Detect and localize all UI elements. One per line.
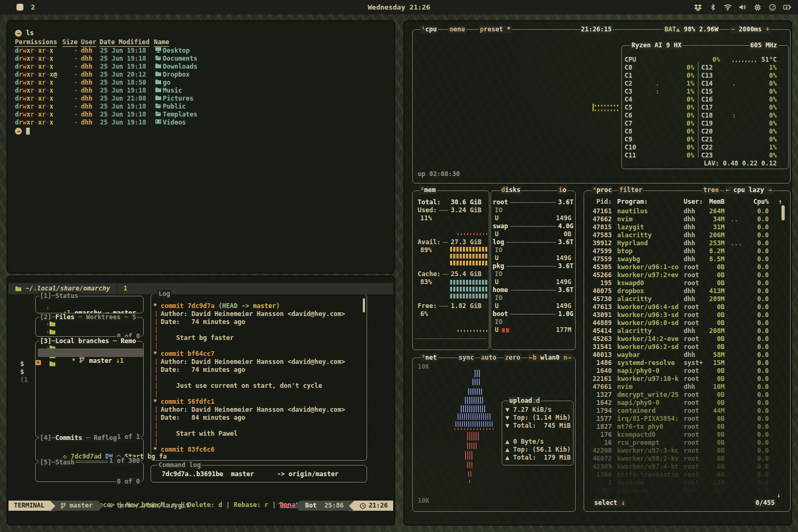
process-row[interactable]: 40013 waybar dhh 58M 0.0 xyxy=(588,351,786,359)
file-row[interactable]: drwxr-xr-x - dhh 25 Jun 19:18 Public xyxy=(15,103,387,111)
update-interval-control[interactable]: − 2000ms + xyxy=(730,26,770,34)
net-auto-toggle[interactable]: auto xyxy=(480,354,497,362)
core-row: C80% xyxy=(625,128,694,136)
terminal-lazygit-window[interactable]: ~/.local/share/omarchy 1 › › › › xyxy=(6,276,395,526)
proc-filter-button[interactable]: filter xyxy=(618,186,643,194)
process-row[interactable]: 40075 dropbox dhh 413M 0.0 xyxy=(588,287,786,295)
process-row[interactable]: 47583 alacritty dhh 206M 0.0 xyxy=(588,231,786,239)
process-row[interactable]: 43091 kworker/u96:3-sd root 0B 0.0 xyxy=(588,311,786,319)
log-scrollbar[interactable] xyxy=(363,298,365,312)
process-pid: 1640 xyxy=(588,367,612,375)
process-row[interactable]: 16 rcu_preempt root 0B 0.0 xyxy=(588,439,786,447)
disks-io-toggle[interactable]: io xyxy=(558,186,567,194)
process-row[interactable]: 1 systemd root 13M 0.0 xyxy=(588,479,786,487)
disks-box-title[interactable]: disks xyxy=(500,186,521,194)
disk-io-label: IO xyxy=(495,246,502,254)
process-row[interactable]: 1794 containerd root 44M 0.0 xyxy=(588,407,786,415)
process-row[interactable]: 1305 pipewire dhh 10M 0.0 xyxy=(588,487,786,495)
tab-number[interactable]: 1 xyxy=(123,285,127,293)
net-interface-switcher[interactable]: ←b wlan0 n→ xyxy=(528,354,572,362)
terminal-ls-window[interactable]: → ls Permissions Size User Date Modified… xyxy=(6,20,395,273)
net-box-title[interactable]: ³net xyxy=(420,354,438,362)
battery-icon[interactable] xyxy=(783,3,792,12)
process-row[interactable]: 195 kswapd0 root 0B 0.0 xyxy=(588,279,786,287)
process-pid: 1305 xyxy=(588,487,612,495)
file-row[interactable]: drwxr-xr-x - dhh 25 Jun 19:18 Templates xyxy=(15,111,387,119)
panel-files[interactable]: [2]─Files ─ Worktrees ─ S 0 of 0 xyxy=(35,317,144,337)
preset-button[interactable]: preset * xyxy=(479,26,512,34)
process-cpu: 0.0 xyxy=(745,351,769,359)
file-row[interactable]: drwxr-xr-x - dhh 25 Jun 18:50 go xyxy=(15,79,387,87)
mem-box-title[interactable]: ²mem xyxy=(419,186,437,194)
process-user: dhh xyxy=(684,487,695,495)
process-row[interactable]: 42389 kworker/u97:4-bt root 0B 0.0 xyxy=(588,463,786,471)
menu-button[interactable]: menu xyxy=(448,26,466,34)
panel-status[interactable]: [1]─Status ↓1 omarchy → master xyxy=(35,296,144,313)
file-row[interactable]: drwxr-xr-x - dhh 25 Jun 19:18 Music xyxy=(15,87,387,95)
process-row[interactable]: 176 kcompactd0 root 0B 0.0 xyxy=(588,431,786,439)
chip-icon[interactable] xyxy=(753,3,762,12)
process-row[interactable]: 1577 irq/81-PIXA3854: root 0B 0.0 xyxy=(588,415,786,423)
process-row[interactable]: 47599 btop dhh 8.2M 0.0 xyxy=(588,247,786,255)
proc-sort-switcher[interactable]: ← cpu lazy → xyxy=(725,186,773,194)
explorer-shell-item[interactable]: $ xyxy=(20,360,24,368)
shell-prompt-empty[interactable]: → xyxy=(15,128,30,135)
process-row[interactable]: 47161 nautilus dhh 264M 0.0 xyxy=(588,207,786,215)
file-row[interactable]: drwxr-xr-x - dhh 25 Jun 19:18 Desktop xyxy=(15,47,387,55)
process-row[interactable]: 47613 kworker/u96:4-sd root 0B 0.0 xyxy=(588,303,786,311)
process-row[interactable]: 47815 lazygit dhh 31M 0.0 xyxy=(588,223,786,231)
process-row[interactable]: 45263 kworker/14:2-eve root 0B 0.0 xyxy=(588,335,786,343)
process-row[interactable]: 1640 napi/phy0-0 root 0B 0.0 xyxy=(588,367,786,375)
explorer-shell-item[interactable]: $ xyxy=(20,368,24,376)
file-row[interactable]: drwxr-xr-x - dhh 25 Jun 19:18 Downloads xyxy=(15,63,387,71)
process-row[interactable]: 45414 alacritty dhh 208M 0.0 xyxy=(588,327,786,335)
panel-branches[interactable]: [3]─Local branches ─ Remo * master ↓1 1 … xyxy=(35,341,144,437)
file-row[interactable]: drwxr-xr-x - dhh 25 Jun 19:18 Documents xyxy=(15,55,387,63)
process-row[interactable]: 1642 napi/phy0-0 root 0B 0.0 xyxy=(588,399,786,407)
folder-open-icon xyxy=(154,103,162,109)
process-row[interactable]: 45730 alacritty dhh 209M 0.0 xyxy=(588,295,786,303)
process-row[interactable]: 47559 swaybg dhh 8.5M 0.0 xyxy=(588,255,786,263)
process-cpu: 0.0 xyxy=(745,463,769,471)
process-row[interactable]: 31541 kworker/u96:2-sd root 0B 0.0 xyxy=(588,343,786,351)
process-row[interactable]: 44889 kworker/u96:0-sd root 0B 0.0 xyxy=(588,319,786,327)
process-row[interactable]: 1827 mt76-tx phy0 root 0B 0.0 xyxy=(588,423,786,431)
process-pid: 1577 xyxy=(588,415,612,423)
process-row[interactable]: 45305 kworker/u96:1-co root 0B 0.0 xyxy=(588,263,786,271)
top-bar: 2 Wednesday 21:26 xyxy=(0,0,798,14)
process-row[interactable]: 1327 dmcrypt_write/25 root 0B 0.0 xyxy=(588,391,786,399)
file-row[interactable]: drwxr-xr-x@ - dhh 25 Jun 20:12 Dropbox xyxy=(15,71,387,79)
process-row[interactable]: 46072 kworker/u98:2-kv root 0B 0.0 xyxy=(588,455,786,463)
net-stats-title[interactable]: upload˩d xyxy=(508,397,541,405)
process-row[interactable]: 22161 kworker/u97:10-k root 0B 0.0 xyxy=(588,375,786,383)
volume-icon[interactable] xyxy=(738,3,747,12)
process-pid: 42389 xyxy=(588,463,612,471)
net-sync-toggle[interactable]: sync xyxy=(458,354,475,362)
proc-select-hint[interactable]: select ↓ xyxy=(593,499,626,507)
process-row[interactable]: 47662 nvim dhh 34M .. 0.0 xyxy=(588,215,786,223)
file-row[interactable]: drwxr-xr-x - dhh 25 Jun 19:18 Videos xyxy=(15,119,387,127)
branch-row-selected[interactable]: * master ↓1 xyxy=(38,348,143,357)
process-row[interactable]: 47661 nvim dhh 10M 0.0 xyxy=(588,383,786,391)
explorer-shell-item[interactable]: (1 xyxy=(20,376,28,384)
panel-stash[interactable]: [5]─Stash 0 of 0 xyxy=(35,462,144,482)
gauge-icon[interactable] xyxy=(768,3,777,12)
net-download-stat: ▼ Top: (1.14 Mib) xyxy=(505,414,571,422)
command-text: ls xyxy=(26,29,34,37)
wifi-icon[interactable] xyxy=(724,3,732,12)
process-row[interactable]: 45266 kworker/u97:2+ev root 0B 0.0 xyxy=(588,271,786,279)
proc-box-title[interactable]: ⁴proc xyxy=(592,186,613,194)
cpu-box-title[interactable]: ¹cpu xyxy=(420,26,438,34)
proc-tree-toggle[interactable]: tree xyxy=(702,186,720,194)
bluetooth-icon[interactable] xyxy=(709,3,717,12)
process-row[interactable]: 1486 systemd-resolve syst+ 15M 0.0 xyxy=(588,359,786,367)
process-row[interactable]: 1380 btrfs-transactio root 0B 0.0 xyxy=(588,471,786,479)
dropbox-icon[interactable] xyxy=(694,3,702,12)
file-row[interactable]: drwxr-xr-x - dhh 25 Jun 21:08 Pictures xyxy=(15,95,387,103)
net-zero-toggle[interactable]: zero xyxy=(504,354,521,362)
process-row[interactable]: 39912 Hyprland dhh 253M ... 0.0 xyxy=(588,239,786,247)
core-row: C100% xyxy=(625,144,694,152)
process-row[interactable]: 42208 kworker/u97:3-kc root 0B 0.0 xyxy=(588,447,786,455)
panel-commits[interactable]: [4]─Commits ─ Reflog ◇ 7dc9d7ad DH ○ Sta… xyxy=(35,438,144,461)
btop-window[interactable]: ¹cpu menu preset * 21:26:15 BAT▲ 98% 2.9… xyxy=(403,20,792,526)
